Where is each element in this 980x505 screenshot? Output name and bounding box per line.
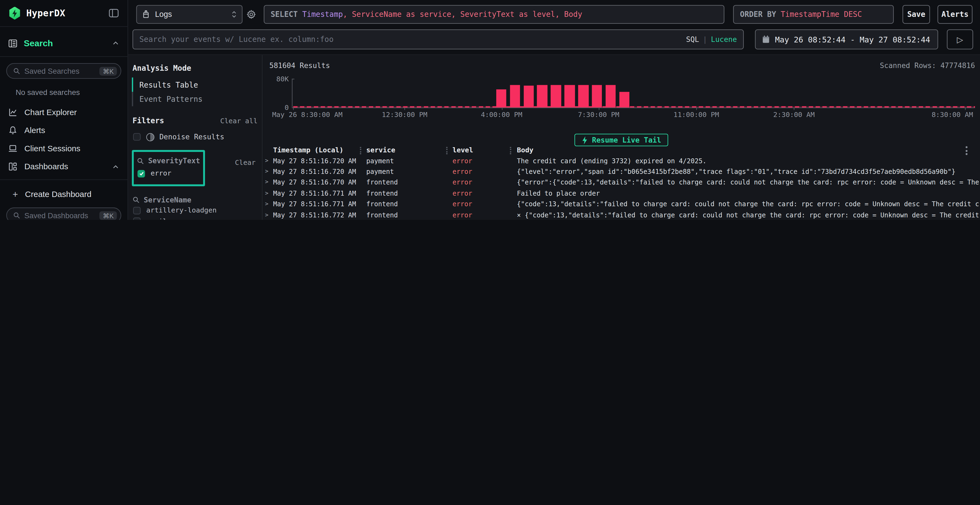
x-axis-tick-label: 4:00:00 PM — [481, 111, 522, 119]
histogram-bar[interactable] — [537, 85, 547, 108]
clear-all-filters-button[interactable]: Clear all — [220, 116, 258, 125]
x-axis-tick-label: 12:30:00 PM — [382, 111, 427, 119]
chevron-right-icon[interactable]: > — [265, 212, 273, 218]
log-body: Failed to place order — [517, 189, 979, 197]
log-level: error — [452, 189, 517, 197]
chart-explorer-icon — [8, 108, 18, 117]
sidebar-item-chart-explorer[interactable]: Chart Explorer — [0, 103, 127, 121]
x-axis-tick-label: 7:30:00 PM — [578, 111, 619, 119]
results-histogram[interactable] — [292, 79, 975, 108]
alerts-button[interactable]: Alerts — [937, 5, 973, 24]
select-clause-input[interactable]: SELECT Timestamp, ServiceName as service… — [264, 5, 724, 24]
sidebar-item-search[interactable]: Search — [0, 27, 127, 57]
table-header: Timestamp (Local) service level Body — [262, 146, 980, 156]
sidebar-item-client-sessions[interactable]: Client Sessions — [0, 139, 127, 157]
source-settings-gear-icon[interactable] — [247, 9, 256, 19]
saved-searches-input[interactable]: Saved Searches ⌘K — [6, 63, 121, 79]
log-row[interactable]: >May 27 8:51:16.771 AMfrontenderror{"cod… — [262, 199, 978, 209]
filter-option-label: email — [146, 218, 167, 220]
column-resize-handle[interactable] — [446, 147, 447, 154]
collapse-sidebar-icon[interactable] — [109, 9, 119, 17]
checkbox[interactable] — [133, 133, 141, 141]
source-select-value: Logs — [155, 10, 231, 19]
filter-group-name[interactable]: SeverityText — [148, 156, 200, 165]
filter-option[interactable]: artillery-loadgen — [132, 205, 262, 216]
run-query-button[interactable]: ▷ — [947, 29, 973, 49]
log-service: payment — [366, 168, 452, 175]
histogram-bar[interactable] — [523, 86, 534, 108]
filter-group-name[interactable]: ServiceName — [144, 195, 191, 204]
select-keyword: SELECT — [270, 10, 298, 19]
sidebar-item-dashboards[interactable]: Dashboards — [0, 157, 127, 176]
search-input[interactable]: Search your events w/ Lucene ex. column:… — [132, 29, 744, 49]
cmd-k-shortcut: ⌘K — [100, 67, 117, 75]
sidebar-item-alerts[interactable]: Alerts — [0, 121, 127, 140]
log-body: {"error":{"code":13,"details":"failed to… — [517, 178, 979, 186]
saved-dashboards-input[interactable]: Saved Dashboards ⌘K — [6, 208, 121, 220]
log-body: {"code":13,"details":"failed to charge c… — [517, 200, 979, 208]
log-row[interactable]: >May 27 8:51:16.720 AMpaymenterrorThe cr… — [262, 155, 978, 166]
filter-option[interactable]: email — [132, 216, 262, 220]
log-row[interactable]: >May 27 8:51:16.771 AMfrontenderrorFaile… — [262, 188, 978, 199]
column-resize-handle[interactable] — [360, 147, 361, 154]
saved-dashboards-placeholder: Saved Dashboards — [24, 211, 100, 219]
source-select[interactable]: Logs — [136, 5, 243, 24]
sidebar: HyperDX Search Saved Searches ⌘K No save… — [0, 0, 128, 220]
x-axis-tick-mark — [404, 108, 405, 110]
mode-results-table[interactable]: Results Table — [132, 78, 262, 92]
resume-live-tail-button[interactable]: Resume Live Tail — [574, 134, 668, 146]
scanned-rows: Scanned Rows: 47774816 — [880, 61, 975, 70]
log-row[interactable]: >May 27 8:51:16.720 AMpaymenterror{"leve… — [262, 166, 978, 177]
column-header-level[interactable]: level — [452, 146, 473, 154]
chevron-right-icon[interactable]: > — [265, 201, 273, 207]
checkbox-checked[interactable] — [137, 170, 145, 178]
denoise-results-checkbox[interactable]: Denoise Results — [133, 132, 262, 141]
log-row[interactable]: >May 27 8:51:16.770 AMfrontenderror{"err… — [262, 177, 978, 188]
histogram-bar[interactable] — [551, 85, 561, 108]
language-toggle-lucene[interactable]: Lucene — [711, 35, 737, 44]
column-header-body[interactable]: Body — [517, 146, 533, 154]
checkbox[interactable] — [133, 218, 141, 220]
log-timestamp: May 27 8:51:16.770 AM — [273, 178, 366, 186]
column-resize-handle[interactable] — [510, 147, 511, 154]
histogram-bar[interactable] — [605, 85, 616, 108]
sidebar-item-label: Alerts — [24, 126, 119, 135]
search-icon — [137, 157, 144, 164]
x-axis-tick-mark — [502, 108, 502, 110]
column-header-timestamp[interactable]: Timestamp (Local) — [273, 146, 344, 154]
histogram-bar[interactable] — [578, 85, 589, 108]
mode-event-patterns[interactable]: Event Patterns — [132, 92, 262, 106]
filter-panel: Analysis Mode Results Table Event Patter… — [128, 55, 263, 220]
column-header-service[interactable]: service — [366, 146, 395, 154]
chevron-up-icon[interactable] — [112, 40, 119, 47]
checkbox[interactable] — [133, 207, 141, 214]
date-range-value: May 26 08:52:44 - May 27 08:52:44 — [775, 35, 930, 44]
sidebar-item-search-label: Search — [24, 38, 112, 48]
chevron-right-icon[interactable]: > — [265, 168, 273, 175]
clear-severity-filter-button[interactable]: Clear — [235, 159, 256, 167]
histogram-bar[interactable] — [592, 85, 602, 108]
chevron-right-icon[interactable]: > — [265, 157, 273, 164]
log-row[interactable]: >May 27 8:51:16.772 AMfrontenderror× {"c… — [262, 209, 978, 220]
order-by-input[interactable]: ORDER BY TimestampTime DESC — [733, 5, 894, 24]
histogram-bar[interactable] — [564, 85, 575, 108]
language-toggle-separator: | — [703, 35, 707, 44]
denoise-label: Denoise Results — [159, 132, 224, 141]
histogram-bar[interactable] — [510, 85, 520, 108]
histogram-bar[interactable] — [619, 92, 629, 108]
mode-label: Event Patterns — [139, 95, 202, 103]
lightning-icon — [581, 136, 588, 144]
log-level: error — [452, 157, 517, 164]
save-button[interactable]: Save — [902, 5, 930, 24]
analysis-mode-label: Analysis Mode — [132, 64, 262, 72]
chevron-up-icon[interactable] — [112, 163, 119, 170]
language-toggle-sql[interactable]: SQL — [686, 35, 699, 44]
create-dashboard-button[interactable]: + Create Dashboard — [0, 185, 127, 202]
chevron-right-icon[interactable]: > — [265, 179, 273, 185]
filter-option-error[interactable]: error — [137, 168, 203, 179]
histogram-bar[interactable] — [496, 89, 506, 108]
table-options-kebab-icon[interactable] — [966, 146, 967, 155]
date-range-picker[interactable]: May 26 08:52:44 - May 27 08:52:44 — [755, 29, 938, 49]
plus-icon: + — [13, 189, 21, 199]
chevron-right-icon[interactable]: > — [265, 190, 273, 196]
